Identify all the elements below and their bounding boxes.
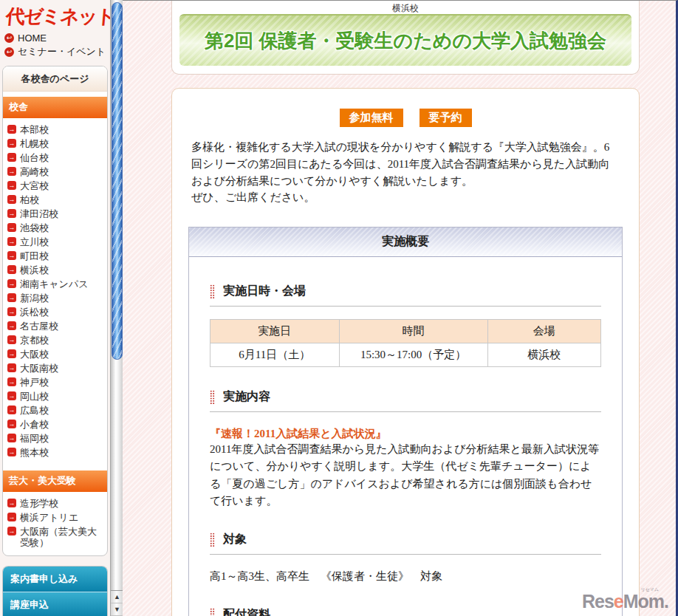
arrow-right-icon: → — [7, 391, 16, 400]
arrow-right-icon: → — [7, 448, 16, 456]
arrow-right-icon: → — [7, 321, 16, 330]
arrow-right-icon: → — [7, 139, 16, 148]
arrow-right-icon: → — [7, 125, 16, 134]
arrow-right-icon: → — [7, 265, 16, 274]
campus-link-label: 横浜校 — [20, 264, 49, 276]
sidebar-item-campus[interactable]: → 福岡校 — [7, 431, 105, 445]
campus-link-label: 名古屋校 — [20, 321, 58, 332]
sidebar-item-campus[interactable]: → 湘南キャンパス — [7, 277, 105, 291]
sidebar-item-campus[interactable]: → 立川校 — [7, 235, 105, 249]
sidebar-item-campus[interactable]: → 本部校 — [7, 123, 105, 137]
scrollbar-thumb[interactable] — [112, 2, 123, 360]
section-rule — [210, 306, 601, 307]
request-brochure-link[interactable]: 案内書申し込み — [3, 567, 107, 592]
campus-link-label: 浜松校 — [20, 307, 49, 318]
campus-link-label: 仙台校 — [20, 152, 49, 163]
free-participation-badge: 参加無料 — [340, 109, 403, 127]
sidebar-item-campus[interactable]: → 小倉校 — [7, 417, 105, 431]
sidebar-item-campus[interactable]: → 津田沼校 — [7, 207, 105, 221]
cell-time: 15:30～17:00（予定） — [339, 343, 487, 367]
schedule-table-header-row: 実施日 時間 会場 — [210, 320, 601, 343]
sidebar-item-art-campus[interactable]: → 造形学校 — [7, 496, 105, 510]
campus-link-label: 本部校 — [20, 124, 49, 135]
campus-link-label: 大阪南校 — [20, 363, 58, 374]
dotted-bar-icon — [210, 390, 215, 405]
sidebar-item-campus[interactable]: → 岡山校 — [7, 389, 105, 403]
sidebar-item-campus[interactable]: → 大阪校 — [7, 347, 105, 361]
return-arrow-icon: ↩ — [4, 47, 14, 57]
sidebar-item-campus[interactable]: → 広島校 — [7, 403, 105, 417]
cell-date: 6月11日（土） — [210, 343, 340, 367]
watermark-ruby: リセマム — [640, 586, 659, 593]
nav-home[interactable]: ↩ HOME — [0, 32, 110, 44]
sidebar-item-art-campus[interactable]: → 横浜アトリエ — [7, 510, 105, 524]
sidebar-item-campus[interactable]: → 大阪南校 — [7, 361, 105, 375]
sidebar-item-campus[interactable]: → 新潟校 — [7, 291, 105, 305]
nav-seminar-event[interactable]: ↩ セミナー・イベント — [0, 44, 110, 59]
section-heading-materials: 配付資料 — [210, 607, 601, 616]
target-heading-label: 対象 — [223, 532, 247, 547]
course-apply-link[interactable]: 講座申込 — [3, 592, 107, 616]
section-header-campus: 校舎 — [3, 97, 107, 118]
section-rule — [210, 411, 601, 412]
site-logo[interactable]: 代ゼミネット — [0, 0, 112, 32]
main-content: 横浜校 第2回 保護者・受験生のための大学入試勉強会 参加無料 要予約 多様化・… — [123, 0, 678, 616]
sidebar-item-campus[interactable]: → 浜松校 — [7, 305, 105, 319]
dotted-bar-icon — [210, 608, 215, 616]
campus-link-label: 立川校 — [20, 236, 49, 247]
arrow-right-icon: → — [7, 434, 16, 442]
sidebar-item-campus[interactable]: → 名古屋校 — [7, 319, 105, 333]
campus-link-label: 高崎校 — [20, 166, 49, 177]
contents-body: 2011年度入試合否調査結果から見た入試動向および分析結果と最新入試状況等につい… — [210, 441, 601, 510]
scrollbar-arrows: ▲ ▼ — [111, 590, 123, 616]
materials-heading-label: 配付資料 — [223, 607, 270, 616]
campus-link-label: 小倉校 — [20, 419, 49, 430]
arrow-right-icon: → — [7, 363, 16, 372]
campus-link-label: 大宮校 — [20, 180, 49, 191]
art-campus-link-label: 大阪南（芸大美大受験） — [20, 526, 105, 548]
dotted-bar-icon — [210, 533, 215, 547]
arrow-right-icon: → — [7, 377, 16, 386]
campus-link-label: 津田沼校 — [20, 208, 58, 219]
sidebar-item-campus[interactable]: → 大宮校 — [7, 179, 105, 193]
sidebar-item-art-campus[interactable]: → 大阪南（芸大美大受験） — [7, 524, 105, 550]
arrow-right-icon: → — [7, 167, 16, 176]
arrow-right-icon: → — [7, 181, 16, 190]
section-heading-target: 対象 — [210, 532, 601, 547]
campus-link-label: 柏校 — [20, 194, 39, 205]
badge-row: 参加無料 要予約 — [172, 109, 639, 127]
campus-link-label: 池袋校 — [20, 222, 49, 233]
arrow-right-icon: → — [7, 209, 16, 218]
sidebar-scrollbar[interactable]: ▲ ▼ — [110, 0, 123, 616]
arrow-right-icon: → — [7, 405, 16, 414]
dotted-bar-icon — [210, 284, 215, 299]
intro-closing: ぜひ、ご出席ください。 — [191, 189, 620, 206]
scroll-down-icon[interactable]: ▼ — [111, 603, 123, 616]
campus-link-label: 湘南キャンパス — [20, 278, 89, 290]
campus-link-label: 神戸校 — [20, 377, 49, 388]
sidebar-item-campus[interactable]: → 神戸校 — [7, 375, 105, 389]
page-title: 第2回 保護者・受験生のための大学入試勉強会 — [205, 28, 606, 54]
arrow-right-icon: → — [7, 153, 16, 162]
sidebar-item-campus[interactable]: → 町田校 — [7, 249, 105, 263]
overview-title: 実施概要 — [189, 227, 622, 257]
arrow-right-icon: → — [7, 335, 16, 344]
campus-link-label: 福岡校 — [20, 433, 49, 444]
sidebar-item-campus[interactable]: → 仙台校 — [7, 151, 105, 165]
sidebar-item-campus[interactable]: → 横浜校 — [7, 263, 105, 277]
section-rule — [210, 554, 601, 555]
sidebar-item-campus[interactable]: → 柏校 — [7, 193, 105, 207]
sidebar-item-campus[interactable]: → 池袋校 — [7, 221, 105, 235]
sidebar-item-campus[interactable]: → 熊本校 — [7, 445, 105, 459]
arrow-right-icon: → — [7, 195, 16, 204]
sidebar-item-campus[interactable]: → 京都校 — [7, 333, 105, 347]
sidebar-item-campus[interactable]: → 高崎校 — [7, 165, 105, 179]
reservation-required-badge: 要予約 — [420, 109, 472, 127]
campus-link-label: 京都校 — [20, 335, 49, 346]
scroll-up-icon[interactable]: ▲ — [111, 591, 123, 603]
section-heading-schedule: 実施日時・会場 — [210, 284, 601, 299]
campus-link-label: 熊本校 — [20, 447, 49, 458]
campus-pages-title: 各校舎のページ — [3, 66, 107, 92]
sidebar-item-campus[interactable]: → 札幌校 — [7, 137, 105, 151]
column-header-date: 実施日 — [210, 320, 340, 343]
